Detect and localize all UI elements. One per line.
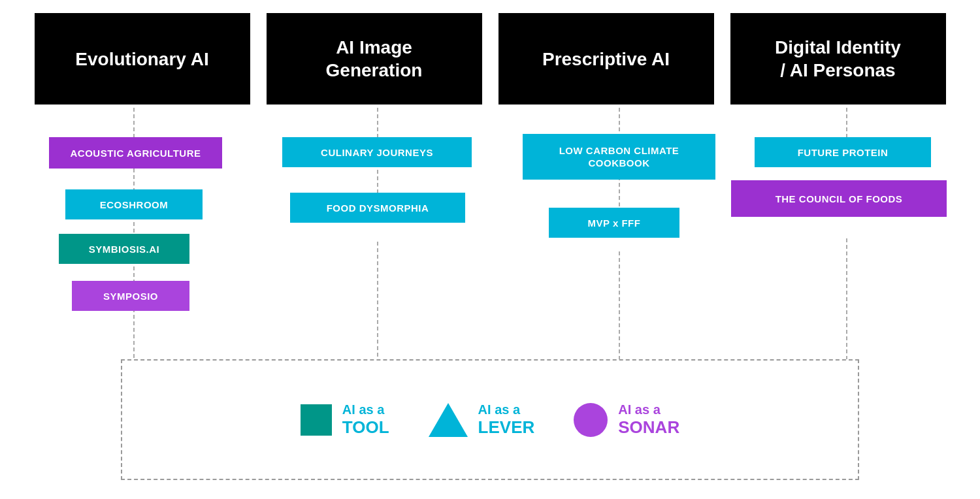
item-council-of-foods: THE COUNCIL OF FOODS: [731, 180, 947, 217]
header-digital-identity: Digital Identity/ AI Personas: [730, 13, 946, 105]
item-food-dysmorphia: FOOD DYSMORPHIA: [290, 193, 465, 223]
header-prescriptive-ai: Prescriptive AI: [498, 13, 714, 105]
header-evolutionary-ai: Evolutionary AI: [35, 13, 250, 105]
legend-box: AI as a TOOL AI as a LEVER AI as a SONAR: [121, 359, 859, 480]
item-mvp-fff: MVP x FFF: [549, 208, 679, 238]
sonar-label: SONAR: [618, 417, 679, 438]
future-protein-label: FUTURE PROTEIN: [798, 147, 889, 158]
item-ecoshroom: ECOSHROOM: [65, 189, 203, 219]
ecoshroom-label: ECOSHROOM: [100, 199, 169, 210]
tool-label: TOOL: [342, 417, 389, 438]
culinary-journeys-label: CULINARY JOURNEYS: [321, 147, 433, 158]
item-culinary-journeys: CULINARY JOURNEYS: [282, 137, 472, 167]
mvp-fff-label: MVP x FFF: [588, 217, 641, 229]
tool-prefix: AI as a: [342, 402, 384, 417]
item-future-protein: FUTURE PROTEIN: [755, 137, 931, 167]
symbiosis-ai-label: SYMBIOSIS.AI: [89, 244, 160, 255]
low-carbon-label: LOW CARBON CLIMATE COOKBOOK: [533, 144, 705, 170]
food-dysmorphia-label: FOOD DYSMORPHIA: [327, 202, 429, 214]
header-row: Evolutionary AI AI ImageGeneration Presc…: [0, 0, 980, 105]
sonar-shape-circle: [574, 403, 608, 437]
legend-lever: AI as a LEVER: [429, 402, 535, 438]
header-digital-identity-label: Digital Identity/ AI Personas: [775, 36, 901, 82]
lever-shape-triangle: [429, 403, 468, 437]
tool-shape-square: [301, 404, 332, 436]
header-ai-image-generation-label: AI ImageGeneration: [326, 36, 423, 82]
council-of-foods-label: THE COUNCIL OF FOODS: [776, 193, 903, 204]
item-symposio: SYMPOSIO: [72, 281, 189, 311]
legend-tool: AI as a TOOL: [301, 402, 389, 438]
legend-sonar: AI as a SONAR: [574, 402, 679, 438]
lever-label: LEVER: [478, 417, 535, 438]
main-container: Evolutionary AI AI ImageGeneration Presc…: [0, 0, 980, 499]
item-low-carbon: LOW CARBON CLIMATE COOKBOOK: [523, 134, 715, 180]
lever-prefix: AI as a: [478, 402, 520, 417]
legend-tool-text: AI as a TOOL: [342, 402, 389, 438]
header-evolutionary-ai-label: Evolutionary AI: [75, 48, 208, 71]
sonar-prefix: AI as a: [618, 402, 660, 417]
header-prescriptive-ai-label: Prescriptive AI: [542, 48, 670, 71]
legend-lever-text: AI as a LEVER: [478, 402, 535, 438]
legend-sonar-text: AI as a SONAR: [618, 402, 679, 438]
acoustic-agriculture-label: ACOUSTIC AGRICULTURE: [71, 148, 201, 159]
item-acoustic-agriculture: ACOUSTIC AGRICULTURE: [49, 137, 222, 169]
header-ai-image-generation: AI ImageGeneration: [267, 13, 482, 105]
symposio-label: SYMPOSIO: [103, 291, 158, 302]
item-symbiosis-ai: SYMBIOSIS.AI: [59, 234, 189, 264]
